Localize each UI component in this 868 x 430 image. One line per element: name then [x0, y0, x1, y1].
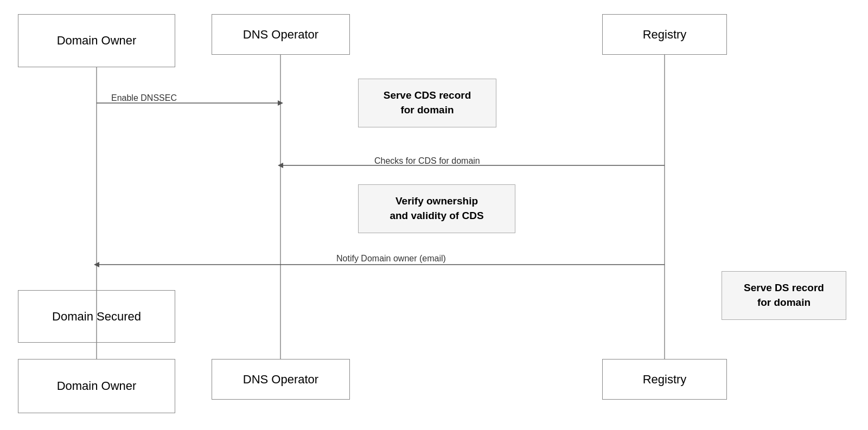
dns-operator-top-box: DNS Operator — [212, 14, 350, 55]
dns-operator-bottom-box: DNS Operator — [212, 359, 350, 400]
enable-dnssec-label: Enable DNSSEC — [111, 93, 177, 103]
domain-owner-bottom-box: Domain Owner — [18, 359, 175, 413]
svg-marker-4 — [278, 100, 283, 106]
svg-marker-6 — [278, 163, 283, 168]
registry-bottom-box: Registry — [602, 359, 727, 400]
verify-ownership-note: Verify ownership and validity of CDS — [358, 184, 515, 233]
svg-marker-8 — [94, 262, 99, 267]
serve-ds-note: Serve DS record for domain — [722, 271, 846, 320]
sequence-diagram: Domain Owner DNS Operator Registry Serve… — [0, 0, 868, 430]
domain-owner-top-box: Domain Owner — [18, 14, 175, 67]
serve-cds-note: Serve CDS record for domain — [358, 79, 496, 127]
domain-secured-box: Domain Secured — [18, 290, 175, 343]
registry-top-box: Registry — [602, 14, 727, 55]
checks-cds-label: Checks for CDS for domain — [374, 156, 480, 166]
notify-owner-label: Notify Domain owner (email) — [336, 254, 446, 264]
